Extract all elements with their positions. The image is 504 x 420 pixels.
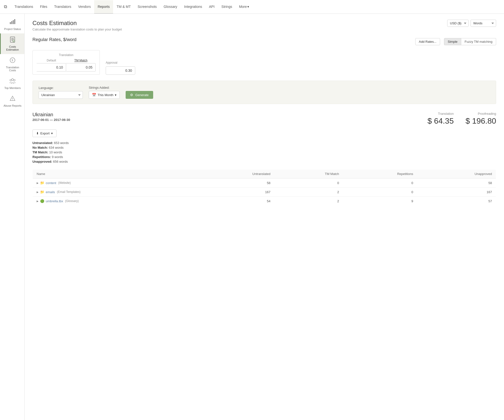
rates-row: Translation Default TM Match Approval <box>32 50 496 75</box>
default-label: Default <box>47 59 56 62</box>
svg-rect-1 <box>11 21 12 24</box>
page-title: Costs Estimation <box>32 20 122 27</box>
svg-rect-2 <box>13 20 14 24</box>
table-head: Name Untranslated TM Match Repetitions U… <box>33 170 496 178</box>
export-button[interactable]: ⬇ Export ▾ <box>32 130 57 137</box>
page-subtitle: Calculate the approximate translation co… <box>32 28 122 31</box>
language-label: Language: <box>39 86 83 90</box>
expand-icon[interactable]: ▶ <box>37 191 39 193</box>
approval-input[interactable] <box>106 66 135 75</box>
translation-box: Translation Default TM Match <box>32 50 100 75</box>
default-input[interactable] <box>37 63 66 72</box>
nav-vendors[interactable]: Vendors <box>75 0 94 14</box>
results-date-range: 2017-06-01 — 2017-06-30 <box>32 118 70 122</box>
layout: Project Status $ Costs Estimation $ <box>0 14 504 420</box>
language-select[interactable]: Ukrainian French German Spanish <box>39 91 83 99</box>
nav-settings-icon[interactable]: ⧉ <box>4 4 7 9</box>
expand-icon[interactable]: ▶ <box>37 200 39 203</box>
sidebar-item-translation-costs[interactable]: $ Translation Costs <box>0 54 24 75</box>
tm-match-input[interactable] <box>66 63 96 72</box>
nav-tm-mt[interactable]: TM & MT <box>113 0 134 14</box>
costs-estimation-icon: $ <box>9 36 16 44</box>
table-row: ▶ 🟢 umbrella.tbx (Glossary) 54 2 9 57 <box>33 197 496 206</box>
nav-reports[interactable]: Reports <box>94 0 113 14</box>
translation-inputs: Default TM Match <box>37 59 96 72</box>
file-name[interactable]: umbrella.tbx <box>46 199 63 203</box>
currency-select[interactable]: USD ($) EUR (€) GBP (£) <box>447 20 469 27</box>
approval-label: Approval <box>106 61 135 64</box>
stat-repetitions-label: Repetitions: <box>32 155 51 159</box>
simple-button[interactable]: Simple <box>444 38 461 45</box>
sidebar-item-costs-estimation[interactable]: $ Costs Estimation <box>0 33 24 54</box>
stat-untranslated-label: Untranslated: <box>32 141 53 145</box>
calendar-icon: 📅 <box>92 93 96 97</box>
results-language-title: Ukrainian <box>32 112 70 117</box>
stat-no-match: No Match: 634 words <box>32 146 496 149</box>
file-icon: 🟢 <box>40 199 44 203</box>
top-members-icon <box>9 78 16 86</box>
col-unapproved: Unapproved <box>417 170 496 178</box>
translation-cost-value: $ 64.35 <box>428 116 454 126</box>
table-row: ▶ 📁 emails (Email Templates) 167 2 0 167 <box>33 188 496 197</box>
nav-api[interactable]: API <box>206 0 218 14</box>
generate-label: Generate <box>135 93 148 97</box>
rates-header: Regular Rates, $/word Add Rates... Simpl… <box>32 37 496 46</box>
project-status-icon <box>9 19 16 27</box>
cell-tm-match: 2 <box>274 197 343 206</box>
proofreading-cost-item: Proofreading $ 196.80 <box>465 112 496 126</box>
svg-rect-0 <box>10 22 11 24</box>
svg-rect-3 <box>14 19 15 24</box>
translation-cost-label: Translation <box>428 112 454 116</box>
file-name[interactable]: emails <box>46 190 55 194</box>
sidebar-item-abuse-reports[interactable]: Abuse Reports <box>0 92 24 110</box>
row-expander: ▶ 📁 emails (Email Templates) <box>37 190 190 194</box>
nav-glossary[interactable]: Glossary <box>160 0 181 14</box>
nav-strings[interactable]: Strings <box>218 0 236 14</box>
file-name[interactable]: content <box>46 181 56 185</box>
chevron-down-icon: ▾ <box>247 5 249 9</box>
add-rates-button[interactable]: Add Rates... <box>415 38 440 45</box>
stat-untranslated: Untranslated: 653 words <box>32 141 496 145</box>
sidebar-item-project-status[interactable]: Project Status <box>0 16 24 33</box>
cell-untranslated: 54 <box>194 197 274 206</box>
fuzzy-tm-button[interactable]: Fuzzy TM matching <box>461 38 496 45</box>
stat-tm-match: TM Match: 10 words <box>32 150 496 154</box>
svg-text:$: $ <box>12 59 13 62</box>
nav-files[interactable]: Files <box>37 0 51 14</box>
expand-icon[interactable]: ▶ <box>37 182 39 184</box>
results-section: Ukrainian 2017-06-01 — 2017-06-30 Transl… <box>32 112 496 206</box>
page-header: Costs Estimation Calculate the approxima… <box>32 20 496 31</box>
chevron-down-icon: ▾ <box>115 93 117 97</box>
stat-tm-match-label: TM Match: <box>32 150 48 154</box>
abuse-reports-icon <box>9 95 16 103</box>
cell-unapproved: 58 <box>417 178 496 188</box>
nav-items: Translations Files Translators Vendors R… <box>11 0 252 14</box>
nav-translators[interactable]: Translators <box>51 0 75 14</box>
export-chevron-icon: ▾ <box>51 131 53 135</box>
tm-match-field-group: TM Match <box>66 59 96 72</box>
file-type: (Glossary) <box>65 199 79 203</box>
col-untranslated: Untranslated <box>194 170 274 178</box>
date-select-button[interactable]: 📅 This Month ▾ <box>89 91 120 99</box>
nav-screenshots[interactable]: Screenshots <box>134 0 160 14</box>
unit-select[interactable]: Words Characters <box>471 20 496 27</box>
generate-button[interactable]: ⚙ Generate <box>126 91 153 99</box>
filter-box: Language: Ukrainian French German Spanis… <box>32 81 496 104</box>
file-type: (Website) <box>58 181 71 185</box>
strings-added-label: Strings Added: <box>89 86 120 89</box>
nav-more[interactable]: More ▾ <box>236 0 252 14</box>
nav-integrations[interactable]: Integrations <box>181 0 206 14</box>
export-label: Export <box>40 131 50 135</box>
col-tm-match: TM Match <box>274 170 343 178</box>
translation-box-label: Translation <box>37 53 96 57</box>
sidebar-item-top-members[interactable]: Top Members <box>0 75 24 92</box>
page-title-group: Costs Estimation Calculate the approxima… <box>32 20 122 31</box>
nav-translations[interactable]: Translations <box>11 0 37 14</box>
row-name-cell: ▶ 📁 emails (Email Templates) <box>33 188 194 197</box>
tm-match-label: TM Match <box>74 59 87 62</box>
generate-icon: ⚙ <box>130 93 133 97</box>
sidebar-item-label: Translation Costs <box>3 66 22 72</box>
results-table: Name Untranslated TM Match Repetitions U… <box>32 169 496 206</box>
approval-box: Approval <box>106 61 135 75</box>
sidebar-item-label: Top Members <box>4 87 21 89</box>
